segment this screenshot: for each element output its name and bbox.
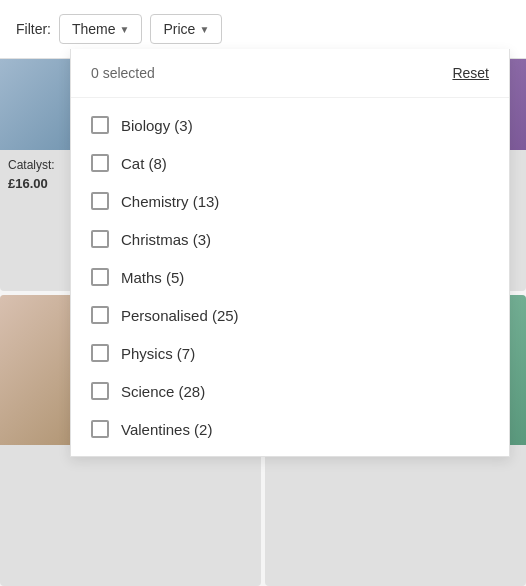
reset-button[interactable]: Reset: [452, 65, 489, 81]
checkbox-valentines[interactable]: [91, 420, 109, 438]
checkbox-science[interactable]: [91, 382, 109, 400]
price-button-label: Price: [163, 21, 195, 37]
theme-dropdown: 0 selected Reset Biology (3)Cat (8)Chemi…: [70, 49, 510, 457]
item-label-cat: Cat (8): [121, 155, 167, 172]
item-label-science: Science (28): [121, 383, 205, 400]
dropdown-item-maths[interactable]: Maths (5): [71, 258, 509, 296]
item-label-valentines: Valentines (2): [121, 421, 212, 438]
checkbox-physics[interactable]: [91, 344, 109, 362]
filter-label: Filter:: [16, 21, 51, 37]
item-label-biology: Biology (3): [121, 117, 193, 134]
item-label-christmas: Christmas (3): [121, 231, 211, 248]
checkbox-chemistry[interactable]: [91, 192, 109, 210]
item-label-chemistry: Chemistry (13): [121, 193, 219, 210]
dropdown-items-list: Biology (3)Cat (8)Chemistry (13)Christma…: [71, 98, 509, 456]
dropdown-item-science[interactable]: Science (28): [71, 372, 509, 410]
checkbox-cat[interactable]: [91, 154, 109, 172]
checkbox-personalised[interactable]: [91, 306, 109, 324]
checkbox-biology[interactable]: [91, 116, 109, 134]
dropdown-item-christmas[interactable]: Christmas (3): [71, 220, 509, 258]
price-filter-button[interactable]: Price ▼: [150, 14, 222, 44]
dropdown-item-physics[interactable]: Physics (7): [71, 334, 509, 372]
checkbox-christmas[interactable]: [91, 230, 109, 248]
theme-button-label: Theme: [72, 21, 116, 37]
dropdown-item-cat[interactable]: Cat (8): [71, 144, 509, 182]
dropdown-item-chemistry[interactable]: Chemistry (13): [71, 182, 509, 220]
checkbox-maths[interactable]: [91, 268, 109, 286]
chevron-down-icon: ▼: [199, 24, 209, 35]
item-label-maths: Maths (5): [121, 269, 184, 286]
dropdown-item-biology[interactable]: Biology (3): [71, 106, 509, 144]
theme-filter-button[interactable]: Theme ▼: [59, 14, 142, 44]
dropdown-item-personalised[interactable]: Personalised (25): [71, 296, 509, 334]
selected-count: 0 selected: [91, 65, 155, 81]
item-label-physics: Physics (7): [121, 345, 195, 362]
dropdown-header: 0 selected Reset: [71, 49, 509, 98]
chevron-down-icon: ▼: [120, 24, 130, 35]
dropdown-item-valentines[interactable]: Valentines (2): [71, 410, 509, 448]
item-label-personalised: Personalised (25): [121, 307, 239, 324]
